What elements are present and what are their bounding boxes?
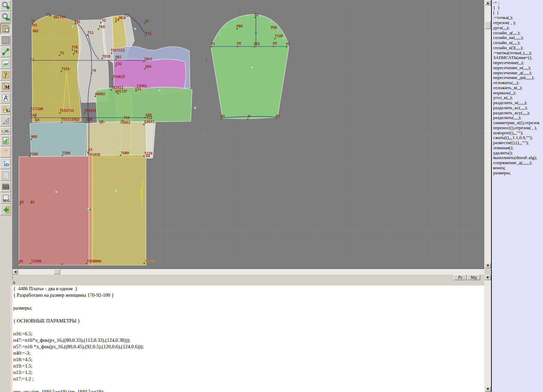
command-item[interactable]: разделить_н(,,,,,); (493, 100, 543, 105)
command-item[interactable]: := ; (493, 0, 543, 5)
command-item[interactable]: ЗАПИСАТЬ(имя=(), (493, 55, 543, 60)
command-item[interactable]: сплайн_д(,,,,); (493, 31, 543, 36)
ruler-button[interactable] (0, 116, 11, 126)
canvas-vscroll-thumb[interactable] (485, 21, 491, 29)
command-item[interactable]: перенос((),отрезок( , ), (493, 125, 543, 131)
command-item[interactable]: отложить(,,,); (493, 80, 543, 85)
command-item[interactable]: сплайн_кк(,,,,,); (493, 35, 543, 40)
command-item[interactable]: пересечение_д(,,,,,); (493, 71, 543, 76)
command-item[interactable]: поворот((),,,""); (493, 131, 543, 136)
exit-button[interactable] (0, 204, 11, 215)
size-table-button[interactable] (0, 135, 11, 146)
command-item[interactable]: выполнить(dmod\.alg); (493, 155, 543, 160)
pattern-frame-button[interactable] (0, 70, 11, 80)
command-item[interactable]: пересечение_н(,,,,); (493, 65, 543, 71)
green-point-marker (275, 118, 277, 119)
zoom-in-button[interactable] (0, 0, 11, 11)
command-item[interactable]: угол_к(,,); (493, 95, 543, 100)
g-pattern-button[interactable] (0, 104, 11, 115)
command-item[interactable]: размеры; (493, 171, 543, 176)
point-label: Ш3 (20, 200, 24, 204)
md-button[interactable]: Мд (467, 275, 480, 280)
command-item[interactable]: симметрия_л((),отрезок (493, 120, 543, 125)
command-item[interactable]: пересечение_дн(,,,,,); (493, 75, 543, 80)
scroll-down-icon[interactable]: ▼ (485, 263, 491, 268)
command-item[interactable]: дуга(,,,); (493, 25, 543, 31)
command-item[interactable]: нормаль(,,); (493, 91, 543, 96)
command-item[interactable]: сжать((),,,1.1,0.9,""); (493, 135, 543, 140)
point-label: РВП (237, 24, 243, 28)
point-label: Ш2 (19, 259, 23, 263)
point-label: Ш1 (31, 200, 35, 204)
editor-line (13, 298, 484, 305)
i66-button[interactable]: i_66. (0, 127, 11, 135)
cyan-point-marker (119, 147, 120, 149)
command-item[interactable]: разделить_ксу(,,,,); (493, 111, 543, 116)
command-item[interactable]: развести((),(),,,""); (493, 140, 543, 145)
command-item[interactable]: отрезок( , ); (493, 20, 543, 25)
point-label: Т62411 (111, 86, 124, 90)
command-item[interactable]: удалить(); (493, 151, 543, 156)
point-label: Т11 (88, 31, 94, 35)
canvas-vertical-scrollbar[interactable]: ▲ ▼ (484, 0, 491, 269)
canvas-horizontal-scrollbar[interactable]: ◀ (13, 269, 484, 275)
text-list-button[interactable] (0, 170, 11, 181)
g-pattern-icon (2, 106, 10, 113)
piece-yoke-bluegray (30, 122, 87, 158)
editor-line: п57:=п16 *л_фнк(рз_16,((80,0.45),(92,0.5… (13, 344, 484, 350)
command-item[interactable]: сопряжение_д(,,,,,,); (493, 160, 543, 165)
green-point-marker (286, 46, 287, 47)
point-label: Т1 (31, 19, 35, 23)
piece-sleeve (211, 15, 289, 119)
canvas-hscroll-thumb[interactable] (54, 269, 60, 274)
scroll-up-icon[interactable]: ▲ (485, 0, 491, 5)
point-label: Т2ОНН (31, 259, 41, 263)
rz-button[interactable]: Рз (454, 275, 467, 280)
scroll-left-icon[interactable]: ◀ (13, 269, 18, 274)
command-item[interactable]: разделить_кс(,,,,); (493, 105, 543, 111)
command-item[interactable]: сплайн_к(,,,,); (493, 40, 543, 45)
alg-code-editor[interactable]: { 4486 Платье - два в одном }{ Разработа… (13, 286, 484, 392)
green-point-marker (85, 122, 87, 123)
drafting-tools-button[interactable] (0, 93, 11, 103)
sketch-button[interactable] (0, 58, 11, 69)
command-item[interactable]: разделить(,,,,); (493, 115, 543, 120)
point-label: ОО1 (254, 42, 260, 46)
point-label: ОБ1Т44 (54, 15, 66, 19)
command-item[interactable]: конец; (493, 165, 543, 171)
editor-line: { 4486 Платье - два в одном } (13, 286, 484, 292)
pattern-m-button[interactable] (0, 81, 11, 92)
editor-vertical-scrollbar[interactable]: ▼ (484, 280, 491, 392)
cyan-point-marker (194, 107, 196, 109)
command-item[interactable]: ломаная(); (493, 145, 543, 151)
point-label: Т2ОВ (35, 107, 43, 111)
cursor-line-number: 0 (13, 280, 15, 285)
alg-button[interactable] (0, 193, 11, 204)
point-label: НОНО2 (95, 92, 105, 96)
command-item[interactable]: пересечение(,,); (493, 60, 543, 65)
zoom-out-button[interactable] (0, 12, 11, 23)
view-pattern-button[interactable] (0, 23, 11, 34)
model-photo-button[interactable] (0, 147, 11, 158)
point-label: Ц4 (35, 118, 39, 122)
books-button[interactable] (0, 181, 11, 192)
pattern-frame-icon (2, 72, 9, 78)
scroll-down-icon[interactable]: ▼ (485, 387, 491, 392)
scroll-right-icon[interactable]: ▶ (485, 275, 491, 280)
pattern-canvas[interactable]: Т1ТО1ОБ2Т3ОБ1Т44ТЯ1Х2Т6ПТ4ОБ3Т16Х1Т15Т11… (13, 0, 484, 269)
command-item[interactable]: сплайн_к[](,,,,); (493, 45, 543, 51)
grid-button[interactable] (0, 35, 11, 46)
point-label: ТвЛ (31, 113, 37, 117)
measure-line-button[interactable] (0, 46, 11, 57)
3d-button[interactable] (0, 158, 11, 169)
command-item[interactable]: :=метка(точка(,),,,,); (493, 51, 543, 56)
command-item[interactable]: [ ] (493, 11, 543, 16)
point-label: Т6ВН (121, 151, 129, 155)
green-point-marker (144, 117, 146, 118)
blue-point-marker (273, 46, 274, 47)
point-label: Б4 (146, 154, 150, 158)
command-item[interactable]: { } (493, 5, 543, 11)
cyan-point-marker (72, 26, 74, 27)
command-item[interactable]: :=точка(,); (493, 15, 543, 20)
command-item[interactable]: отложить_в(,,); (493, 85, 543, 91)
